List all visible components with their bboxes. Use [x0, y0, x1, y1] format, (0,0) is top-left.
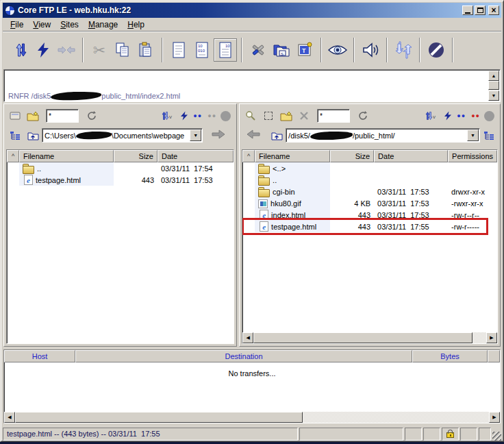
transfer-queue: Host Destination Bytes No transfers... ◀… — [3, 349, 501, 423]
connect-button[interactable] — [8, 38, 32, 62]
inactive-dots-icon[interactable]: ●● — [207, 112, 216, 119]
remote-find-button[interactable] — [242, 108, 260, 124]
remote-horizontal-scrollbar[interactable]: ◀ ▶ — [242, 332, 497, 343]
local-file-list: ^ Filename Size Date .. 03/31/11 17:54 e… — [6, 149, 234, 344]
resize-grip[interactable] — [492, 432, 501, 441]
html-file-icon: e — [260, 210, 268, 220]
auto-mode-button[interactable]: 10 — [214, 38, 237, 62]
local-path-row: C:\Users\\Documents\webpage ▼ — [6, 126, 234, 145]
file-row[interactable]: <..> — [242, 162, 497, 174]
scroll-up-button[interactable]: ▲ — [488, 71, 499, 81]
settings-button[interactable] — [247, 38, 270, 62]
destination-header[interactable]: Destination — [75, 350, 412, 362]
remote-transfer-button[interactable]: v — [421, 108, 439, 124]
sort-header[interactable]: ^ — [242, 150, 255, 162]
sound-button[interactable] — [359, 38, 382, 62]
scroll-thumb[interactable] — [488, 81, 499, 90]
active-dots-icon[interactable]: ●● — [457, 112, 466, 119]
scroll-down-button[interactable]: ▼ — [488, 90, 499, 101]
paste-button[interactable] — [134, 38, 158, 62]
filename-header[interactable]: Filename — [255, 150, 330, 162]
dropdown-arrow-icon[interactable]: ▼ — [190, 130, 201, 141]
local-system-button[interactable] — [6, 108, 24, 124]
html-file-icon: e — [260, 221, 268, 232]
minimize-icon — [465, 12, 470, 14]
active-dots-icon[interactable]: ●● — [193, 112, 202, 119]
menu-manage[interactable]: Manage — [84, 18, 123, 31]
remote-new-folder-button[interactable] — [277, 108, 295, 124]
abort-button[interactable] — [425, 38, 448, 62]
file-row[interactable]: cgi-bin 03/31/11 17:53 drwxr-xr-x — [242, 186, 497, 197]
speaker-icon — [362, 42, 379, 58]
local-updir-button[interactable] — [24, 127, 42, 144]
toolbar-separator — [419, 38, 420, 62]
local-transfer-button[interactable]: v — [158, 108, 175, 124]
remote-path-combo[interactable]: /disk5//public_html/ ▼ — [286, 128, 480, 143]
maximize-button[interactable] — [475, 5, 486, 15]
minimize-button[interactable] — [462, 5, 473, 15]
local-tree-button[interactable] — [6, 127, 24, 144]
quick-connect-button[interactable] — [32, 38, 55, 62]
file-row[interactable]: eindex.html 443 03/31/11 17:53 -rw-r--r-… — [242, 209, 497, 221]
menu-sites[interactable]: Sites — [55, 18, 84, 31]
local-quick-button[interactable] — [175, 108, 193, 124]
site-manager-button[interactable]: S — [270, 38, 293, 62]
queue-button[interactable] — [392, 38, 415, 62]
scroll-right-button[interactable]: ▶ — [486, 332, 497, 343]
scroll-left-button[interactable]: ◀ — [4, 412, 15, 423]
host-header[interactable]: Host — [4, 350, 75, 362]
menu-file[interactable]: File — [5, 18, 28, 31]
menu-help[interactable]: Help — [123, 18, 149, 31]
local-filter-input[interactable] — [46, 109, 79, 123]
filename-header[interactable]: Filename — [19, 150, 114, 162]
file-row[interactable]: hku80.gif 4 KB 03/31/11 17:53 -rwxr-xr-x — [242, 197, 497, 209]
scroll-thumb[interactable] — [15, 412, 303, 423]
busy-dots-icon[interactable]: ●● — [471, 112, 480, 119]
title-bar[interactable]: Core FTP LE - web.hku.hk:22 × — [3, 3, 501, 18]
remote-refresh-button[interactable] — [354, 108, 372, 124]
remote-stop-button[interactable] — [480, 108, 498, 124]
local-new-folder-button[interactable] — [24, 108, 42, 124]
download-arrow-button[interactable] — [246, 130, 261, 142]
log-scrollbar[interactable]: ▲ ▼ — [488, 71, 499, 101]
size-header[interactable]: Size — [114, 150, 158, 162]
local-path-combo[interactable]: C:\Users\\Documents\webpage ▼ — [42, 128, 203, 143]
file-row-highlighted[interactable]: etestpage.html 443 03/31/11 17:55 -rw-r-… — [242, 221, 497, 232]
transfer-horizontal-scrollbar[interactable]: ◀ ▶ — [4, 412, 500, 423]
file-row[interactable]: .. — [242, 174, 497, 186]
date-header[interactable]: Date — [374, 150, 448, 162]
remote-toolbar: v ●● ●● — [242, 106, 498, 126]
date-header[interactable]: Date — [158, 150, 234, 162]
session-log[interactable]: RNFR /disk5public_html/index2.html RNTO … — [3, 69, 501, 102]
remote-select-button[interactable] — [260, 108, 277, 124]
dropdown-arrow-icon[interactable]: ▼ — [467, 130, 479, 141]
ascii-mode-button[interactable] — [167, 38, 190, 62]
local-stop-button[interactable] — [216, 108, 234, 124]
scroll-thumb[interactable] — [253, 332, 473, 343]
copy-button[interactable] — [111, 38, 134, 62]
remote-filter-input[interactable] — [317, 109, 350, 123]
size-header[interactable]: Size — [330, 150, 374, 162]
binary-mode-button[interactable]: 10 010 — [190, 38, 214, 62]
disconnect-button[interactable] — [55, 38, 78, 62]
status-pane — [423, 428, 440, 441]
permissions-header[interactable]: Permissions — [448, 150, 497, 162]
scroll-right-button[interactable]: ▶ — [489, 412, 500, 423]
template-button[interactable]: T — [293, 38, 316, 62]
cut-button[interactable]: ✂ — [88, 38, 111, 62]
local-refresh-button[interactable] — [83, 108, 101, 124]
close-button[interactable]: × — [488, 5, 499, 15]
menu-view[interactable]: View — [28, 18, 55, 31]
bytes-header[interactable]: Bytes — [412, 350, 488, 362]
remote-quick-button[interactable] — [439, 108, 457, 124]
file-row[interactable]: .. 03/31/11 17:54 — [7, 162, 234, 174]
scroll-left-button[interactable]: ◀ — [242, 332, 253, 343]
remote-delete-button[interactable] — [295, 108, 313, 124]
sort-header[interactable]: ^ — [7, 150, 19, 162]
view-button[interactable] — [326, 38, 349, 62]
remote-updir-button[interactable] — [268, 127, 286, 144]
upload-arrow-button[interactable] — [211, 130, 226, 142]
toolbar-separator — [320, 38, 322, 62]
file-row[interactable]: etestpage.html 443 03/31/11 17:53 — [7, 174, 234, 186]
remote-tree-button[interactable] — [480, 127, 498, 144]
